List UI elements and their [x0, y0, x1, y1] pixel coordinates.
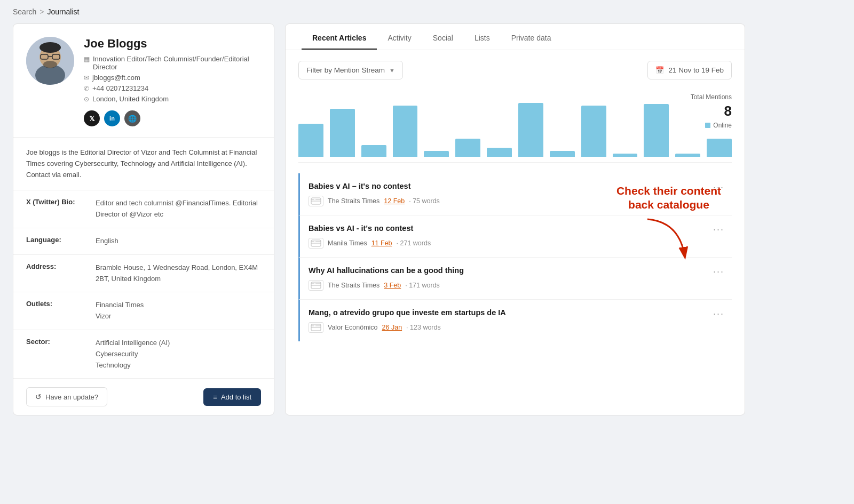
- total-mentions-count: 8: [724, 103, 732, 119]
- outlets-value: Financial Times Vizor: [96, 300, 144, 322]
- article-card: Why AI hallucinations can be a good thin…: [298, 258, 732, 300]
- date-range-label: 21 Nov to 19 Feb: [668, 66, 724, 74]
- article-title: Mang, o atrevido grupo que investe em st…: [309, 308, 723, 317]
- title-icon: ▦: [84, 55, 90, 63]
- article-meta: Valor Econômico 26 Jan · 123 words: [309, 322, 723, 333]
- article-meta: The Straits Times 3 Feb · 171 words: [309, 280, 723, 291]
- legend-online-label: Online: [713, 122, 732, 129]
- article-more-button[interactable]: ···: [713, 224, 724, 235]
- article-source: Manila Times: [328, 239, 367, 247]
- article-date[interactable]: 12 Feb: [384, 197, 405, 205]
- article-source: The Straits Times: [328, 282, 379, 289]
- tabs-bar: Recent Articles Activity Social Lists Pr…: [286, 24, 745, 50]
- article-words: · 171 words: [405, 282, 440, 289]
- legend-online-dot: [705, 123, 710, 128]
- date-range-filter[interactable]: 📅 21 Nov to 19 Feb: [647, 61, 732, 79]
- add-to-list-button[interactable]: ≡ Add to list: [203, 388, 261, 406]
- phone-icon: ✆: [84, 85, 89, 92]
- chart-bar: [298, 124, 323, 157]
- profile-details: X (Twitter) Bio: Editor and tech columni…: [13, 190, 274, 379]
- article-date[interactable]: 3 Feb: [384, 282, 401, 289]
- mentions-chart: Total Mentions 8 Online: [298, 88, 732, 163]
- avatar: [26, 37, 74, 85]
- chart-bar: [330, 109, 355, 157]
- article-meta: Manila Times 11 Feb · 271 words: [309, 238, 723, 249]
- tab-social[interactable]: Social: [422, 24, 464, 50]
- breadcrumb-search[interactable]: Search: [13, 7, 36, 16]
- tab-private-data[interactable]: Private data: [501, 24, 562, 50]
- article-more-button[interactable]: ···: [713, 266, 724, 277]
- article-date[interactable]: 11 Feb: [371, 239, 392, 247]
- articles-container: Check their contentback catalogue: [298, 173, 732, 341]
- article-card: Babies vs AI - it's no contest Manila Ti…: [298, 215, 732, 258]
- tab-recent-articles[interactable]: Recent Articles: [302, 24, 377, 50]
- tab-activity[interactable]: Activity: [377, 24, 422, 50]
- chart-bar: [455, 139, 480, 157]
- article-source: The Straits Times: [328, 197, 379, 205]
- outlets-row: Outlets: Financial Times Vizor: [13, 292, 274, 330]
- twitter-icon[interactable]: 𝕏: [84, 110, 100, 126]
- web-icon[interactable]: 🌐: [124, 110, 140, 126]
- profile-footer: ↺ Have an update? ≡ Add to list: [13, 379, 274, 415]
- chart-bar: [581, 106, 606, 157]
- language-label: Language:: [26, 236, 96, 244]
- svg-point-7: [43, 61, 57, 68]
- twitter-bio-value: Editor and tech columnist @FinancialTime…: [96, 198, 261, 220]
- profile-info: Joe Bloggs ▦ Innovation Editor/Tech Colu…: [84, 37, 261, 126]
- svg-point-6: [39, 42, 61, 53]
- legend-online: Online: [705, 122, 732, 129]
- source-icon: [309, 322, 323, 333]
- language-row: Language: English: [13, 228, 274, 255]
- language-value: English: [96, 236, 118, 247]
- chart-bar: [675, 154, 700, 157]
- social-icons-row: 𝕏 in 🌐: [84, 110, 261, 126]
- tab-lists[interactable]: Lists: [464, 24, 501, 50]
- article-more-button[interactable]: ···: [713, 182, 724, 193]
- chart-bar: [393, 106, 418, 157]
- chart-bar: [424, 151, 449, 157]
- calendar-icon: 📅: [655, 66, 664, 74]
- mention-stream-filter[interactable]: Filter by Mention Stream ▼: [298, 61, 403, 79]
- twitter-bio-label: X (Twitter) Bio:: [26, 198, 96, 206]
- sector-value: Artificial Intelligence (AI) Cybersecuri…: [96, 338, 170, 371]
- outlets-label: Outlets:: [26, 300, 96, 308]
- chart-bar: [518, 103, 543, 157]
- update-button[interactable]: ↺ Have an update?: [26, 387, 107, 406]
- chevron-down-icon: ▼: [389, 67, 395, 74]
- update-icon: ↺: [35, 393, 42, 401]
- add-list-label: Add to list: [221, 393, 251, 401]
- chart-bar: [361, 145, 386, 157]
- article-date[interactable]: 26 Jan: [382, 324, 402, 331]
- source-icon: [309, 238, 323, 249]
- chart-bar: [487, 148, 512, 157]
- article-more-button[interactable]: ···: [713, 308, 724, 319]
- sector-row: Sector: Artificial Intelligence (AI) Cyb…: [13, 330, 274, 379]
- profile-header: Joe Bloggs ▦ Innovation Editor/Tech Colu…: [13, 24, 274, 138]
- chart-bar: [550, 151, 575, 157]
- breadcrumb-chevron: >: [39, 7, 44, 16]
- profile-phone: ✆ +44 02071231234: [84, 84, 261, 92]
- sector-label: Sector:: [26, 338, 96, 346]
- article-title: Babies vs AI - it's no contest: [309, 224, 723, 233]
- update-label: Have an update?: [45, 393, 98, 401]
- article-card: Babies v AI – it's no contest The Strait…: [298, 173, 732, 215]
- breadcrumb-current: Journalist: [48, 7, 80, 16]
- article-source: Valor Econômico: [328, 324, 378, 331]
- linkedin-icon[interactable]: in: [104, 110, 120, 126]
- article-words: · 123 words: [406, 324, 441, 331]
- filter-row: Filter by Mention Stream ▼ 📅 21 Nov to 1…: [298, 61, 732, 79]
- chart-bar: [613, 154, 638, 157]
- profile-name: Joe Bloggs: [84, 37, 261, 51]
- article-title: Babies v AI – it's no contest: [309, 182, 723, 190]
- profile-email: ✉ jbloggs@ft.com: [84, 74, 261, 82]
- location-icon: ⊙: [84, 95, 89, 103]
- chart-bars-container: [298, 88, 732, 157]
- chart-bar: [707, 139, 732, 157]
- twitter-bio-row: X (Twitter) Bio: Editor and tech columni…: [13, 190, 274, 228]
- chart-bar: [644, 104, 669, 157]
- article-card: Mang, o atrevido grupo que investe em st…: [298, 300, 732, 341]
- address-label: Address:: [26, 262, 96, 270]
- profile-title: ▦ Innovation Editor/Tech Columnist/Found…: [84, 55, 261, 71]
- source-icon: [309, 280, 323, 291]
- list-icon: ≡: [213, 393, 217, 401]
